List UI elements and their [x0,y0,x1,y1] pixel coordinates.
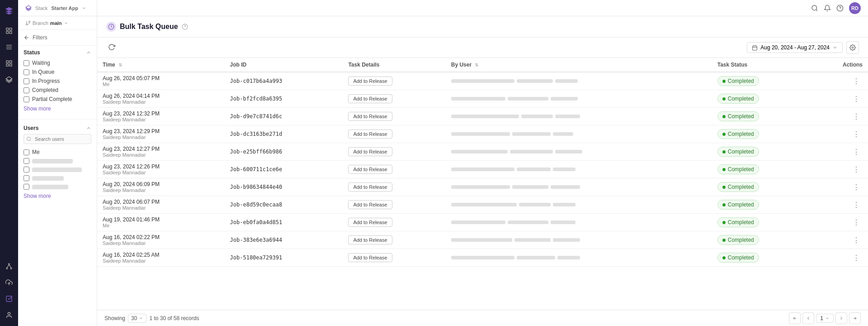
actions-cell-2: ⋮ [810,108,868,125]
user-blur-2-9 [514,238,551,242]
user-item-3[interactable] [24,174,91,182]
job-id-cell-4: Job-e25bff66b986 [225,143,343,161]
task-details-cell-1: Add to Release [343,90,445,108]
col-by-user[interactable]: By User ⇅ [446,58,712,72]
add-to-release-button-1[interactable]: Add to Release [348,94,392,103]
add-to-release-button-10[interactable]: Add to Release [348,253,392,262]
date-range-picker[interactable]: Aug 20, 2024 - Aug 27, 2024 [747,42,843,53]
user-blur-1-4 [451,150,508,153]
in-progress-checkbox[interactable] [24,78,29,84]
user-item-1[interactable] [24,157,91,165]
status-dot-8 [722,221,726,224]
add-to-release-button-5[interactable]: Add to Release [348,165,392,174]
status-collapse-icon[interactable] [86,50,91,55]
svg-rect-7 [6,61,9,63]
more-actions-button-8[interactable]: ⋮ [850,218,863,227]
partial-complete-checkbox[interactable] [24,96,29,102]
filter-partial-complete[interactable]: Partial Complete [24,95,91,104]
col-time[interactable]: Time ⇅ [97,58,225,72]
more-actions-button-5[interactable]: ⋮ [850,165,863,174]
by-user-cell-4 [446,143,712,161]
status-badge-3: Completed [717,129,759,139]
add-to-release-button-0[interactable]: Add to Release [348,77,392,86]
table-settings-button[interactable] [846,41,859,54]
add-to-release-button-4[interactable]: Add to Release [348,147,392,156]
filter-in-queue[interactable]: In Queue [24,67,91,77]
user-blur-3-10 [557,256,580,259]
more-actions-button-0[interactable]: ⋮ [850,77,863,86]
user-avatar[interactable]: RD [849,2,861,14]
more-actions-button-6[interactable]: ⋮ [850,182,863,192]
nav-task-icon[interactable] [2,292,16,306]
nav-user-icon[interactable] [2,308,16,322]
time-sub-4: Saideep Mannadiar [103,152,219,158]
svg-point-19 [8,312,10,315]
more-actions-button-9[interactable]: ⋮ [850,235,863,245]
nav-layers-icon[interactable] [2,72,16,87]
user-me[interactable]: Me [24,148,91,157]
add-to-release-button-8[interactable]: Add to Release [348,218,392,227]
per-page-value: 30 [131,315,137,321]
stack-chevron-icon[interactable] [82,6,86,10]
job-id-8: Job-eb0fa0a4d851 [230,219,283,225]
more-actions-button-3[interactable]: ⋮ [850,129,863,139]
user-search-input[interactable] [24,134,91,144]
add-to-release-button-7[interactable]: Add to Release [348,200,392,209]
nav-list-icon[interactable] [2,40,16,54]
filter-in-progress[interactable]: In Progress [24,77,91,86]
user4-checkbox[interactable] [24,184,29,190]
more-actions-button-10[interactable]: ⋮ [850,253,863,263]
last-page-button[interactable] [849,312,861,324]
stack-app-name[interactable]: Starter App [52,5,79,11]
status-dot-7 [722,203,726,206]
status-dot-10 [722,256,726,259]
branch-name[interactable]: main [50,20,62,26]
search-topbar-icon[interactable] [811,5,818,12]
page-number[interactable]: 1 [816,314,834,323]
nav-upload-icon[interactable] [2,275,16,290]
completed-checkbox[interactable] [24,87,29,93]
more-actions-button-4[interactable]: ⋮ [850,147,863,157]
time-cell-3: Aug 23, 2024 12:29 PM Saideep Mannadiar [97,125,225,143]
next-page-button[interactable] [835,312,847,324]
add-to-release-button-2[interactable]: Add to Release [348,112,392,121]
more-actions-button-1[interactable]: ⋮ [850,94,863,104]
user1-checkbox[interactable] [24,158,29,164]
user-item-2[interactable] [24,165,91,174]
branch-bar: Branch main [18,16,97,30]
main-content: RD Bulk Task Queue Aug 20, 2024 - Aug 27… [97,0,868,326]
add-to-release-button-6[interactable]: Add to Release [348,182,392,192]
branch-chevron-icon[interactable] [64,21,68,25]
users-collapse-icon[interactable] [86,125,91,131]
per-page-selector[interactable]: 30 [128,314,146,323]
time-cell-10: Aug 16, 2024 02:25 AM Saideep Mannadiar [97,249,225,267]
add-to-release-button-3[interactable]: Add to Release [348,129,392,139]
me-checkbox[interactable] [24,149,29,155]
in-queue-checkbox[interactable] [24,69,29,75]
nav-network-icon[interactable] [2,259,16,273]
per-page-chevron-icon [139,316,143,321]
filters-label[interactable]: Filters [33,34,47,41]
more-actions-button-7[interactable]: ⋮ [850,200,863,210]
page-help-icon[interactable] [182,24,188,30]
status-label-8: Completed [728,219,754,225]
show-more-status[interactable]: Show more [24,104,91,114]
user3-checkbox[interactable] [24,175,29,181]
filter-completed[interactable]: Completed [24,86,91,95]
prev-page-button[interactable] [802,312,814,324]
first-page-button[interactable] [789,312,801,324]
waiting-checkbox[interactable] [24,60,29,66]
show-more-users[interactable]: Show more [24,191,91,201]
filter-waiting[interactable]: Waiting [24,58,91,67]
bell-icon[interactable] [824,5,831,12]
more-actions-button-2[interactable]: ⋮ [850,112,863,121]
user2-checkbox[interactable] [24,167,29,173]
nav-home-icon[interactable] [2,24,16,38]
refresh-button[interactable] [106,42,117,54]
help-topbar-icon[interactable] [836,5,844,12]
app-logo[interactable] [2,4,16,18]
back-arrow-icon[interactable] [24,34,30,41]
nav-grid-icon[interactable] [2,56,16,71]
add-to-release-button-9[interactable]: Add to Release [348,235,392,244]
user-item-4[interactable] [24,182,91,191]
